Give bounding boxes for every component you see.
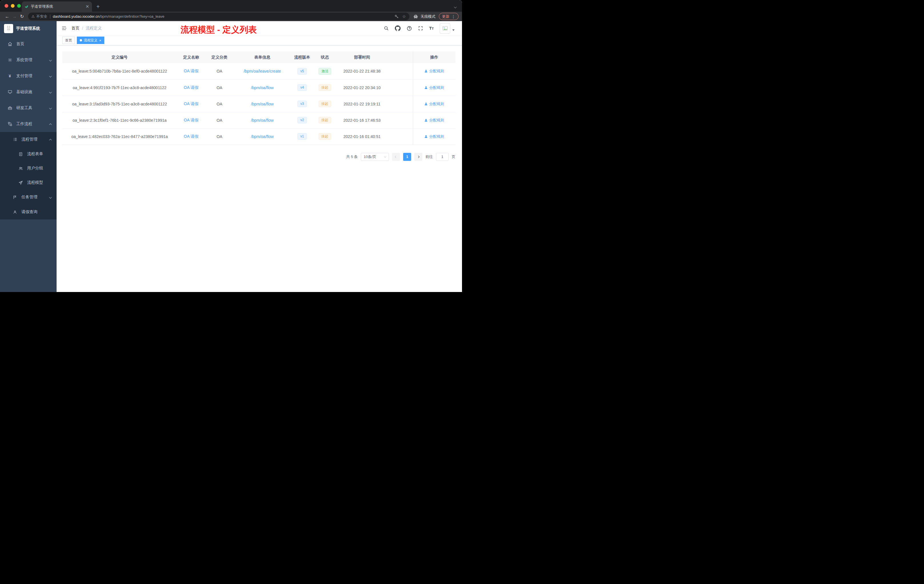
incognito-badge: 无痕模式 — [413, 14, 436, 20]
window-controls — [5, 4, 21, 8]
assign-rule-link[interactable]: 分配规则 — [424, 101, 444, 107]
column-header: 状态 — [313, 51, 337, 63]
definition-name-link[interactable]: OA 请假 — [184, 69, 198, 73]
definition-name-link[interactable]: OA 请假 — [184, 85, 198, 90]
tag-process-definition[interactable]: 流程定义 × — [77, 36, 104, 44]
sidebar-item-dev-tools[interactable]: 研发工具 — [0, 100, 56, 116]
reload-icon[interactable]: ↻ — [18, 14, 26, 19]
user-menu[interactable] — [440, 23, 455, 34]
sidebar-item-infrastructure[interactable]: 基础设施 — [0, 84, 56, 100]
form-link[interactable]: /bpm/oa/flow — [251, 102, 274, 106]
sidebar-item-process-form[interactable]: 流程表单 — [0, 147, 56, 161]
sidebar-item-task-management[interactable]: 任务管理 — [0, 190, 56, 205]
assign-rule-link[interactable]: 分配规则 — [424, 85, 444, 90]
sidebar-item-system-management[interactable]: 系统管理 — [0, 52, 56, 68]
deploy-time: 2022-01-22 20:34:10 — [337, 79, 388, 96]
page-number-button[interactable]: 1 — [403, 153, 411, 161]
definition-id: oa_leave:2:3c1f0ef1-76b1-11ec-9c66-a2380… — [62, 112, 177, 128]
browser-tab[interactable]: 芋道管理系统 ✕ — [22, 2, 92, 12]
search-icon[interactable] — [384, 26, 389, 31]
sidebar-item-label: 系统管理 — [16, 58, 32, 63]
filler-cell — [388, 112, 413, 128]
user-icon — [424, 135, 428, 138]
sidebar-item-label: 研发工具 — [16, 106, 32, 111]
form-link[interactable]: /bpm/oa/flow — [251, 86, 274, 90]
sidebar-item-user-group[interactable]: 用户分组 — [0, 161, 56, 175]
url-bar[interactable]: ⚠ 不安全 dashboard.yudao.iocoder.cn /bpm/ma… — [28, 13, 409, 20]
minimize-window-button[interactable] — [11, 4, 15, 8]
column-header: 部署时间 — [337, 51, 388, 63]
form-link[interactable]: /bpm/oa/leave/create — [244, 69, 281, 73]
sidebar-item-process-management[interactable]: 流程管理 — [0, 132, 56, 147]
app-logo[interactable]: 芋道管理系统 — [0, 21, 56, 36]
sidebar: 芋道管理系统 首页 系统管理 ¥ 支付管理 — [0, 21, 56, 292]
flag-icon — [13, 195, 17, 200]
sidebar-item-label: 流程表单 — [27, 152, 43, 157]
user-icon — [424, 69, 428, 73]
tag-label: 首页 — [65, 38, 72, 43]
tab-title: 芋道管理系统 — [31, 4, 83, 9]
version-badge: v2 — [297, 117, 307, 124]
definition-id: oa_leave:5:004b710b-7b8a-11ec-8ef0-acde4… — [62, 63, 177, 79]
github-icon[interactable] — [395, 25, 401, 31]
page-size-select[interactable]: 10条/页 — [361, 153, 389, 161]
close-window-button[interactable] — [5, 4, 8, 8]
definition-name-link[interactable]: OA 请假 — [184, 134, 198, 139]
chevron-down-icon — [50, 106, 51, 110]
definition-name-link[interactable]: OA 请假 — [184, 101, 198, 106]
sidebar-item-payment-management[interactable]: ¥ 支付管理 — [0, 68, 56, 84]
sidebar-item-home[interactable]: 首页 — [0, 36, 56, 52]
password-key-icon[interactable] — [394, 14, 399, 19]
new-tab-button[interactable]: + — [94, 2, 102, 11]
document-icon — [18, 152, 23, 156]
definition-name-link[interactable]: OA 请假 — [184, 118, 198, 122]
table-row: oa_leave:1:482ec033-762a-11ec-8477-a2380… — [62, 128, 455, 145]
security-chip[interactable]: ⚠ 不安全 — [31, 14, 48, 19]
table-header-row: 定义编号 定义名称 定义分类 表单信息 流程版本 状态 部署时间 操作 — [62, 51, 455, 63]
chevron-down-icon — [384, 155, 386, 157]
tag-close-icon[interactable]: × — [99, 39, 101, 42]
prev-page-button[interactable] — [392, 153, 400, 161]
forward-icon[interactable]: → — [11, 14, 18, 19]
gear-icon — [7, 58, 12, 62]
tag-label: 流程定义 — [84, 38, 97, 43]
form-link[interactable]: /bpm/oa/flow — [251, 118, 274, 122]
assign-rule-link[interactable]: 分配规则 — [424, 69, 444, 74]
font-size-icon[interactable]: TT — [429, 26, 434, 31]
help-icon[interactable] — [407, 26, 412, 31]
chevron-up-icon — [50, 122, 51, 126]
sidebar-item-label: 工作流程 — [16, 121, 32, 127]
fullscreen-icon[interactable] — [418, 26, 423, 31]
next-page-button[interactable] — [414, 153, 422, 161]
caret-down-icon — [452, 30, 455, 31]
avatar[interactable] — [440, 23, 450, 34]
breadcrumb-home[interactable]: 首页 — [71, 26, 79, 31]
tab-search-chevron-icon[interactable] — [454, 4, 456, 10]
table-row: oa_leave:5:004b710b-7b8a-11ec-8ef0-acde4… — [62, 63, 455, 79]
table-row: oa_leave:3:1fad3d93-7b75-11ec-a3c8-acde4… — [62, 96, 455, 112]
form-link[interactable]: /bpm/oa/flow — [251, 134, 274, 139]
tag-home[interactable]: 首页 — [62, 36, 75, 44]
tab-close-icon[interactable]: ✕ — [86, 4, 89, 9]
assign-rule-link[interactable]: 分配规则 — [424, 118, 444, 123]
update-browser-button[interactable]: 更新 ⋮ — [439, 13, 459, 20]
page-size-value: 10条/页 — [364, 154, 376, 159]
bookmark-star-icon[interactable]: ☆ — [402, 14, 406, 19]
status-badge: 挂起 — [318, 101, 331, 107]
assign-rule-link[interactable]: 分配规则 — [424, 134, 444, 139]
chevron-down-icon — [50, 90, 51, 94]
maximize-window-button[interactable] — [17, 4, 21, 8]
workflow-icon — [7, 122, 12, 126]
definition-category: OA — [205, 96, 233, 112]
browser-menu-icon[interactable]: ⋮ — [451, 14, 455, 19]
sidebar-item-process-model[interactable]: 流程模型 — [0, 175, 56, 190]
breadcrumb-separator: / — [82, 26, 83, 31]
chevron-down-icon — [50, 195, 51, 200]
active-dot — [80, 39, 82, 41]
hamburger-icon[interactable] — [61, 25, 67, 31]
sidebar-item-leave-query[interactable]: 请假查询 — [0, 205, 56, 219]
user-icon — [424, 119, 428, 122]
sidebar-item-workflow[interactable]: 工作流程 — [0, 116, 56, 132]
back-icon[interactable]: ← — [3, 14, 11, 19]
goto-page-input[interactable] — [436, 153, 449, 161]
